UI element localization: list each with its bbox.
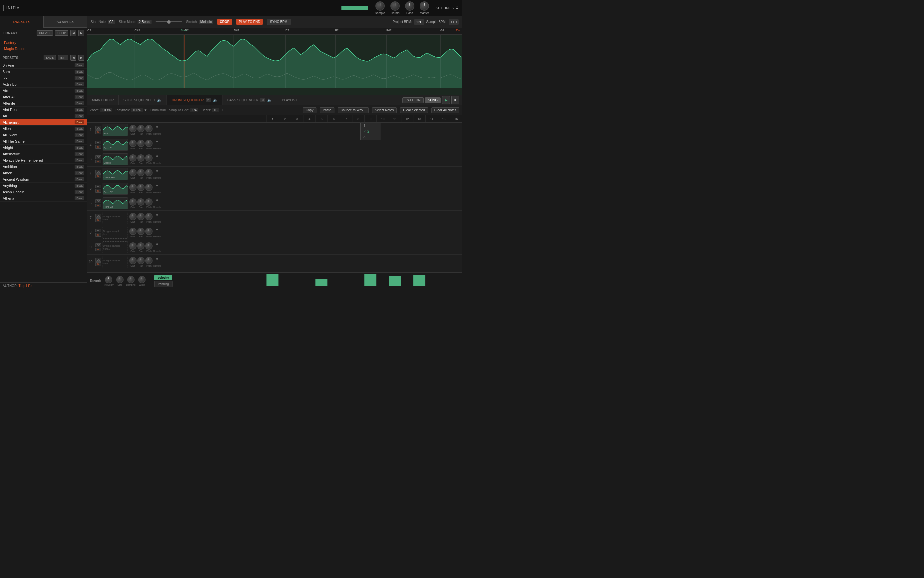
snap-value[interactable]: 1/4 [190,108,198,112]
master-knob[interactable] [420,1,429,11]
vel-bar-13[interactable] [426,286,438,286]
sc-button-8[interactable]: SC [95,229,101,232]
play-to-end-button[interactable]: PLAY TO END [236,19,263,25]
m-button-8[interactable]: M [95,233,101,237]
sc-button-9[interactable]: SC [95,244,101,247]
sc-button-5[interactable]: SC [95,185,101,188]
preset-item[interactable]: Alright Beat [0,144,87,151]
stop-button[interactable]: ■ [451,96,460,104]
pan-knob-10[interactable] [137,257,144,264]
sync-bpm-button[interactable]: SYNC BPM [267,19,290,25]
pan-knob-9[interactable] [137,242,144,250]
m-button-7[interactable]: M [95,218,101,222]
pan-knob-6[interactable] [137,198,144,206]
pitch-knob-9[interactable] [145,242,152,250]
shop-button[interactable]: SHOP [55,30,68,36]
drag-placeholder-8[interactable]: Drag a sample here... [103,227,128,239]
author-name[interactable]: Trap Life [19,284,32,288]
vel-bar-11[interactable] [401,286,413,286]
beats-value[interactable]: 16 [212,108,219,112]
pitch-knob-5[interactable] [145,183,152,191]
sample-waveform-3[interactable]: Snare [103,153,128,165]
volume-bar[interactable] [341,6,368,10]
vel-bar-2[interactable] [291,286,303,286]
sample-waveform-5[interactable]: Perc 02 [103,183,128,195]
drag-placeholder-7[interactable]: Drag a sample here... [103,212,128,224]
drum-sequencer-tab[interactable]: DRUM SEQUENCER 2 🔈 [167,95,223,105]
pitch-knob-2[interactable] [145,140,152,147]
pan-knob-5[interactable] [137,183,144,191]
pitch-knob-1[interactable] [145,125,152,132]
drums-knob[interactable] [390,1,400,11]
bass-sequencer-tab[interactable]: BASS SEQUENCER 3 🔈 [223,95,277,105]
library-item-magic-desert[interactable]: Magic Desert [3,45,84,52]
velocity-button[interactable]: Velocity [154,275,172,280]
pan-knob-4[interactable] [137,169,144,176]
sample-knob[interactable] [375,1,385,11]
sc-button-3[interactable]: SC [95,155,101,159]
beat-dropdown-item-2[interactable]: ✓2 [361,129,380,134]
pitch-knob-6[interactable] [145,198,152,206]
vel-bar-10[interactable] [389,276,401,286]
preset-item[interactable]: All i want Beat [0,132,87,138]
presets-prev-button[interactable]: ◀ [70,55,76,61]
sample-waveform-6[interactable]: Perc 03 [103,197,128,209]
sc-button-1[interactable]: SC [95,126,101,130]
paste-button[interactable]: Paste [320,107,335,113]
preset-item[interactable]: Athena Beat [0,195,87,202]
reverb-predelay-knob[interactable] [105,276,112,283]
vel-bar-12[interactable] [413,275,426,286]
library-prev-button[interactable]: ◀ [70,30,76,36]
beat-dropdown-item-1[interactable]: 1 [361,123,380,129]
pitch-knob-4[interactable] [145,169,152,176]
vel-bar-7[interactable] [352,286,364,286]
pan-knob-1[interactable] [137,125,144,132]
preset-item[interactable]: Ambition Beat [0,164,87,170]
library-next-button[interactable]: ▶ [78,30,84,36]
beat-dropdown-item-3[interactable]: 3 [361,134,380,140]
preset-item[interactable]: Alternative Beat [0,151,87,157]
gain-knob-5[interactable] [129,183,137,191]
project-bpm-value[interactable]: 120 [414,19,424,25]
preset-item[interactable]: Amen Beat [0,170,87,176]
gain-knob-8[interactable] [129,228,137,235]
sample-waveform-2[interactable]: Perc 01 [103,139,128,151]
vel-bar-15[interactable] [450,286,462,286]
save-button[interactable]: SAVE [44,55,56,60]
m-button-10[interactable]: M [95,262,101,266]
vel-bar-5[interactable] [328,286,340,286]
sample-waveform-4[interactable]: Close Hat [103,168,128,180]
vel-bar-1[interactable] [279,286,291,286]
vel-bar-0[interactable] [267,274,278,286]
panning-button[interactable]: Panning [154,281,173,287]
preset-item[interactable]: 0n Fire Beat [0,62,87,69]
play-button[interactable]: ▶ [442,96,450,104]
pan-knob-2[interactable] [137,140,144,147]
settings-button[interactable]: SETTINGS ⚙ [436,6,459,10]
select-notes-button[interactable]: Select Notes [372,107,397,113]
start-note-value[interactable]: C2 [108,19,115,24]
preset-item[interactable]: Actin Up Beat [0,81,87,88]
init-button[interactable]: INIT [58,55,68,60]
preset-item[interactable]: Afro Beat [0,88,87,94]
pitch-knob-10[interactable] [145,257,152,264]
reverb-damping-knob[interactable] [127,276,134,283]
m-button-9[interactable]: M [95,248,101,251]
bass-knob[interactable] [405,1,414,11]
presets-next-button[interactable]: ▶ [78,55,84,61]
sc-button-10[interactable]: SC [95,258,101,261]
playback-arrow[interactable]: ▼ [144,108,147,112]
preset-item[interactable]: AK Beat [0,113,87,119]
vel-bar-8[interactable] [364,274,376,286]
pitch-knob-7[interactable] [145,213,152,220]
pitch-knob-8[interactable] [145,228,152,235]
preset-item[interactable]: 3am Beat [0,69,87,75]
copy-button[interactable]: Copy [303,107,316,113]
main-editor-tab[interactable]: MAIN EDITOR [87,95,118,105]
gain-knob-4[interactable] [129,169,137,176]
vel-bar-3[interactable] [303,286,315,286]
m-button-5[interactable]: M [95,189,101,193]
m-button-6[interactable]: M [95,204,101,207]
drag-placeholder-10[interactable]: Drag a sample here... [103,256,128,268]
preset-item[interactable]: 6ix Beat [0,75,87,81]
